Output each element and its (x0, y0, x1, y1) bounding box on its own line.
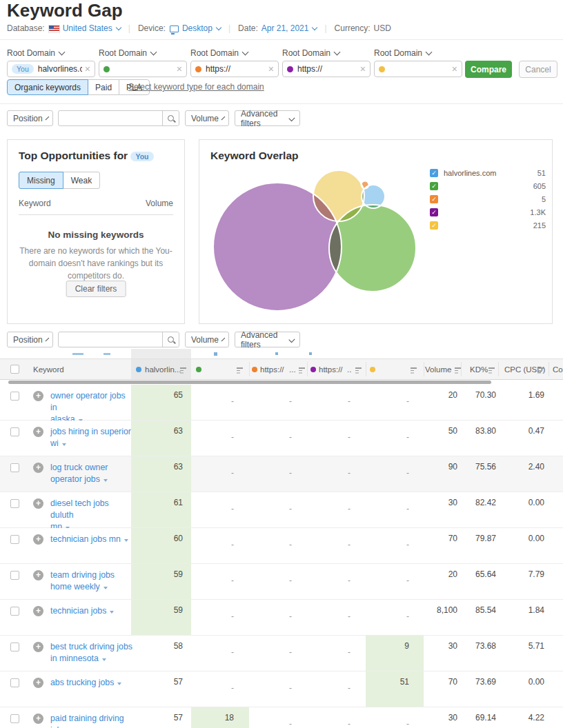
clear-input-icon[interactable]: × (268, 64, 274, 74)
volume-filter[interactable]: Volume (185, 332, 229, 347)
competitor-position-value: - (191, 576, 234, 585)
add-keyword-icon[interactable]: + (33, 463, 43, 473)
cancel-button[interactable]: Cancel (519, 61, 557, 78)
keyword-link[interactable]: paid training drivingjobs (50, 713, 133, 728)
add-keyword-icon[interactable]: + (33, 678, 43, 688)
add-keyword-icon[interactable]: + (33, 570, 43, 580)
keyword-link[interactable]: team driving jobshome weekly (50, 569, 133, 593)
domain-input-4[interactable]: https://× (282, 61, 371, 77)
keyword-gap-page: Keyword Gap Database: United States | De… (0, 0, 563, 728)
domain-input-3[interactable]: https://× (190, 61, 279, 77)
table-row: +technician jobs59----8,10085.541.84 (0, 600, 563, 636)
date-selector[interactable]: Apr 21, 2021 (261, 23, 317, 33)
legend-checkbox[interactable]: ✓ (430, 169, 438, 177)
keyword-dropdown-icon[interactable] (103, 479, 108, 482)
legend-checkbox[interactable]: ✓ (430, 195, 438, 203)
add-keyword-icon[interactable]: + (33, 642, 43, 652)
keyword-link[interactable]: jobs hiring in superiorwi (50, 426, 133, 449)
column-header-kd[interactable]: KD% (470, 365, 488, 374)
row-checkbox[interactable] (10, 643, 19, 651)
sort-icon[interactable] (488, 367, 495, 373)
legend-checkbox[interactable]: ✓ (430, 221, 438, 230)
database-selector[interactable]: United States (63, 23, 121, 33)
desktop-icon (170, 26, 179, 32)
sort-icon[interactable] (455, 367, 462, 373)
row-checkbox[interactable] (10, 535, 19, 544)
keyword-link[interactable]: technician jobs (50, 605, 133, 617)
domain-input-5[interactable]: × (374, 61, 462, 77)
row-checkbox[interactable] (10, 392, 19, 401)
keyword-dropdown-icon[interactable] (117, 682, 121, 685)
volume-filter[interactable]: Volume (185, 110, 229, 126)
horizontal-scrollbar[interactable] (8, 381, 491, 384)
search-input[interactable] (59, 111, 162, 125)
column-header-competitor-2[interactable]: https:// (260, 365, 284, 374)
search-icon (168, 115, 174, 121)
sort-icon[interactable] (299, 367, 306, 373)
root-domain-type-selector-2[interactable]: Root Domain (99, 48, 156, 58)
row-checkbox[interactable] (10, 499, 19, 508)
column-header-you-domain[interactable]: halvorlin... (145, 365, 181, 374)
add-keyword-icon[interactable]: + (33, 534, 43, 545)
select-keyword-type-link[interactable]: Select keyword type for each domain (128, 82, 264, 92)
device-label: Device: (138, 23, 166, 33)
tab-organic-keywords[interactable]: Organic keywords (7, 79, 88, 95)
column-header-volume[interactable]: Volume (425, 365, 451, 374)
row-checkbox[interactable] (10, 463, 19, 472)
column-header-competition[interactable]: Co (553, 365, 563, 374)
keyword-dropdown-icon[interactable] (62, 443, 66, 446)
sort-icon[interactable] (411, 367, 417, 373)
position-filter[interactable]: Position (7, 332, 53, 347)
domain-input-2[interactable]: × (99, 61, 187, 77)
search-input[interactable] (59, 332, 162, 347)
domain-color-dot-icon (379, 66, 385, 72)
keyword-link[interactable]: abs trucking jobs (50, 677, 133, 689)
sort-icon[interactable] (537, 367, 544, 373)
add-keyword-icon[interactable]: + (33, 498, 43, 509)
sort-icon[interactable] (237, 367, 244, 373)
domain-input-1[interactable]: Youhalvorlines.com× (7, 61, 95, 77)
keyword-link[interactable]: log truck owneroperator jobs (50, 462, 133, 485)
add-keyword-icon[interactable]: + (33, 606, 43, 616)
clear-filters-button[interactable]: Clear filters (66, 281, 126, 297)
search-button[interactable] (162, 332, 179, 347)
keyword-link[interactable]: best truck driving jobsin minnesota (50, 641, 133, 665)
legend-checkbox[interactable]: ✓ (430, 182, 438, 190)
add-keyword-icon[interactable]: + (33, 714, 43, 724)
sort-icon[interactable] (180, 367, 187, 373)
root-domain-type-selector-3[interactable]: Root Domain (190, 48, 248, 58)
keyword-dropdown-icon[interactable] (102, 658, 106, 661)
toggle-weak[interactable]: Weak (63, 172, 100, 189)
add-keyword-icon[interactable]: + (33, 391, 43, 401)
keyword-dropdown-icon[interactable] (110, 611, 114, 614)
toggle-missing[interactable]: Missing (19, 172, 63, 189)
row-checkbox[interactable] (10, 714, 19, 723)
keyword-dropdown-icon[interactable] (103, 587, 108, 589)
tab-paid[interactable]: Paid (88, 79, 119, 95)
clear-input-icon[interactable]: × (85, 64, 90, 74)
row-checkbox[interactable] (10, 607, 19, 616)
column-header-competitor-3[interactable]: https:// (319, 365, 343, 374)
keyword-link[interactable]: technician jobs mn (50, 534, 133, 545)
sort-icon[interactable] (355, 367, 362, 373)
clear-input-icon[interactable]: × (177, 64, 182, 74)
device-selector[interactable]: Desktop (182, 23, 221, 33)
legend-checkbox[interactable]: ✓ (430, 208, 438, 216)
add-keyword-icon[interactable]: + (33, 427, 43, 437)
root-domain-type-selector-4[interactable]: Root Domain (282, 48, 339, 58)
advanced-filters[interactable]: Advanced filters (235, 110, 300, 126)
clear-input-icon[interactable]: × (452, 64, 457, 74)
compare-button[interactable]: Compare (465, 61, 512, 78)
advanced-filters[interactable]: Advanced filters (235, 332, 300, 347)
row-checkbox[interactable] (10, 427, 19, 436)
row-checkbox[interactable] (10, 678, 19, 687)
keyword-dropdown-icon[interactable] (124, 539, 128, 542)
clear-input-icon[interactable]: × (360, 64, 366, 74)
column-header-keyword[interactable]: Keyword (33, 365, 64, 374)
select-all-checkbox[interactable] (10, 365, 19, 374)
root-domain-type-selector-1[interactable]: Root Domain (7, 48, 64, 58)
root-domain-type-selector-5[interactable]: Root Domain (374, 48, 431, 58)
row-checkbox[interactable] (10, 571, 19, 580)
position-filter[interactable]: Position (7, 110, 53, 126)
search-button[interactable] (162, 111, 179, 125)
